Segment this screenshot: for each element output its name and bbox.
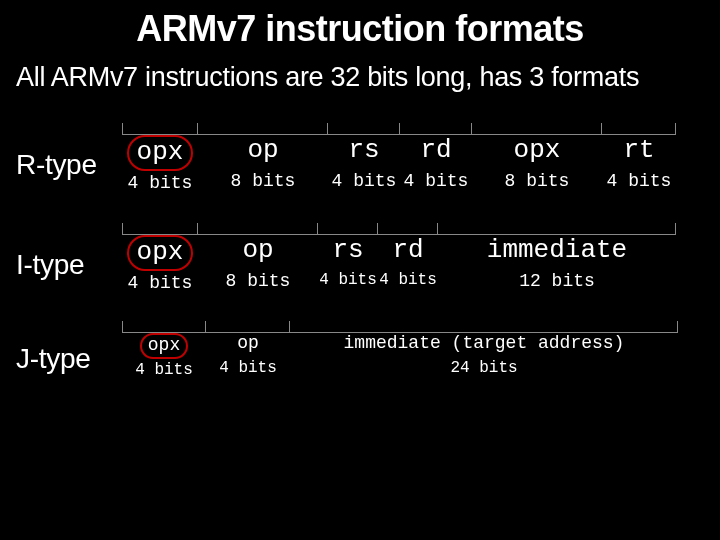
j-type-section: J-type opx 4 bits op 4 bits immediate (t…	[0, 321, 720, 379]
field-rd: rd	[390, 235, 425, 269]
field-width: 12 bits	[519, 269, 595, 291]
field-rd: rd	[418, 135, 453, 169]
r-type-fields: opx 4 bits op 8 bits rs 4 bits rd 4 bits…	[122, 123, 676, 193]
field-op: op	[235, 333, 261, 357]
field-width: 24 bits	[450, 357, 517, 377]
i-type-label: I-type	[16, 223, 122, 281]
field-width: 4 bits	[128, 271, 193, 293]
field-width: 8 bits	[226, 269, 291, 291]
field-width: 4 bits	[332, 169, 397, 191]
field-op: op	[245, 135, 280, 169]
field-width: 4 bits	[135, 359, 193, 379]
field-width: 8 bits	[505, 169, 570, 191]
field-width: 8 bits	[231, 169, 296, 191]
field-opx: opx	[127, 135, 194, 171]
field-width: 4 bits	[219, 357, 277, 377]
j-type-fields: opx 4 bits op 4 bits immediate (target a…	[122, 321, 678, 379]
r-type-section: R-type opx 4 bits op 8 bits rs 4 bits rd…	[0, 123, 720, 193]
field-opx: opx	[127, 235, 194, 271]
field-rs: rs	[346, 135, 381, 169]
field-rs: rs	[330, 235, 365, 269]
i-type-section: I-type opx 4 bits op 8 bits rs 4 bits rd…	[0, 223, 720, 293]
slide-subtitle: All ARMv7 instructions are 32 bits long,…	[0, 58, 720, 93]
field-opx2: opx	[512, 135, 563, 169]
field-opx: opx	[140, 333, 188, 359]
i-type-fields: opx 4 bits op 8 bits rs 4 bits rd 4 bits…	[122, 223, 676, 293]
field-width: 4 bits	[128, 171, 193, 193]
field-width: 4 bits	[607, 169, 672, 191]
j-type-label: J-type	[16, 321, 122, 375]
field-width: 4 bits	[319, 269, 377, 289]
field-immediate: immediate	[485, 235, 629, 269]
field-rt: rt	[621, 135, 656, 169]
field-immediate: immediate (target address)	[342, 333, 627, 357]
slide-title: ARMv7 instruction formats	[0, 0, 720, 58]
field-op: op	[240, 235, 275, 269]
r-type-label: R-type	[16, 123, 122, 181]
field-width: 4 bits	[404, 169, 469, 191]
field-width: 4 bits	[379, 269, 437, 289]
